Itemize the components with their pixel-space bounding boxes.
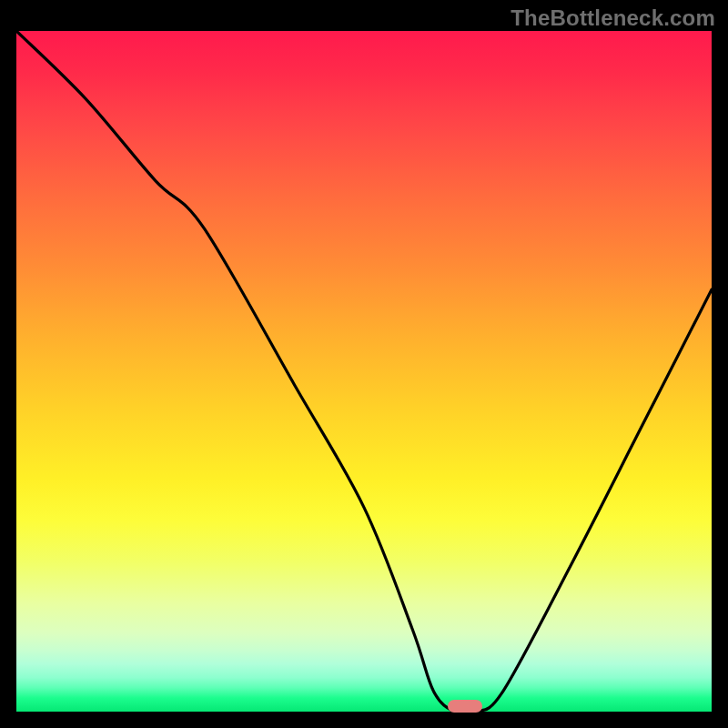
watermark-text: TheBottleneck.com: [511, 5, 715, 31]
chart-frame: TheBottleneck.com: [0, 0, 728, 728]
highlight-marker: [448, 700, 482, 713]
line-series: [16, 31, 712, 712]
plot-area: [16, 31, 712, 712]
